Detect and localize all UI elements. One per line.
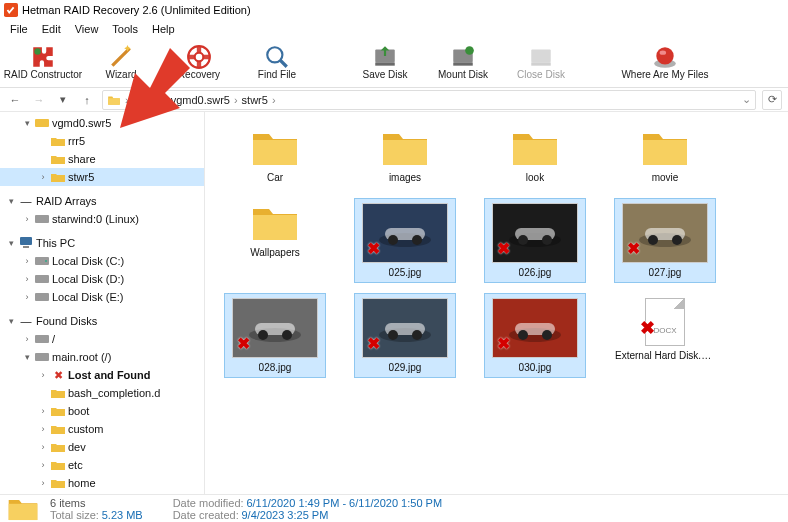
breadcrumb-segment[interactable]: vgmd0.swr5: [171, 94, 230, 106]
tree-node[interactable]: ›custom: [0, 420, 204, 438]
image-thumbnail: ✖: [622, 203, 708, 263]
tree-group-pc[interactable]: ▾This PC: [0, 234, 204, 252]
statusbar: 6 items Total size: 5.23 MB Date modifie…: [0, 494, 788, 522]
image-item[interactable]: ✖030.jpg: [485, 294, 585, 377]
deleted-x-icon: ✖: [497, 239, 510, 258]
folder-icon: [51, 441, 65, 453]
menu-view[interactable]: View: [69, 21, 105, 37]
disk-icon: [35, 273, 49, 285]
svg-rect-23: [35, 335, 49, 343]
deleted-x-icon: ✖: [367, 239, 380, 258]
item-label: 030.jpg: [519, 362, 552, 373]
menu-file[interactable]: File: [4, 21, 34, 37]
image-thumbnail: ✖: [232, 298, 318, 358]
history-dropdown[interactable]: ▾: [54, 91, 72, 109]
tree-node[interactable]: ›Local Disk (D:): [0, 270, 204, 288]
breadcrumb[interactable]: › RA… › vgmd0.swr5 › stwr5 › ⌄: [102, 90, 756, 110]
save-disk-button[interactable]: Save Disk: [346, 40, 424, 86]
folder-item[interactable]: look: [485, 124, 585, 187]
item-label: look: [526, 172, 544, 183]
mount-disk-button[interactable]: Mount Disk: [424, 40, 502, 86]
tree-node[interactable]: rrr5: [0, 132, 204, 150]
chevron-right-icon: ›: [232, 94, 240, 106]
tree-node[interactable]: ›home: [0, 474, 204, 492]
find-file-button[interactable]: Find File: [238, 40, 316, 86]
tree-node-lost-found[interactable]: ›✖Lost and Found: [0, 366, 204, 384]
image-thumbnail: ✖: [492, 203, 578, 263]
tree-node[interactable]: ›/: [0, 330, 204, 348]
folder-item[interactable]: Car: [225, 124, 325, 187]
recovery-button[interactable]: Recovery: [160, 40, 238, 86]
svg-point-28: [412, 235, 422, 245]
folder-item[interactable]: Wallpapers: [225, 199, 325, 282]
tree-node-selected[interactable]: ›stwr5: [0, 168, 204, 186]
folder-item[interactable]: images: [355, 124, 455, 187]
tree-node[interactable]: ›boot: [0, 402, 204, 420]
svg-rect-21: [35, 275, 49, 283]
item-label: 026.jpg: [519, 267, 552, 278]
svg-point-14: [660, 50, 667, 54]
drive-icon: [35, 117, 49, 129]
main: ▾vgmd0.swr5 rrr5 share ›stwr5 ▾—RAID Arr…: [0, 112, 788, 494]
tree-node[interactable]: ›Local Disk (C:): [0, 252, 204, 270]
image-item[interactable]: ✖027.jpg: [615, 199, 715, 282]
tree-node[interactable]: lost+found: [0, 492, 204, 494]
tree-node[interactable]: ›Local Disk (E:): [0, 288, 204, 306]
tree-node[interactable]: ▾main.root (/): [0, 348, 204, 366]
tree-node[interactable]: ▾vgmd0.swr5: [0, 114, 204, 132]
tree-group-found[interactable]: ▾—Found Disks: [0, 312, 204, 330]
toolbar-label: RAID Constructor: [4, 69, 82, 80]
image-item[interactable]: ✖026.jpg: [485, 199, 585, 282]
forward-button[interactable]: →: [30, 91, 48, 109]
menu-tools[interactable]: Tools: [106, 21, 144, 37]
svg-rect-16: [35, 215, 49, 223]
folder-icon: [641, 128, 689, 168]
svg-rect-10: [531, 49, 551, 62]
raid-constructor-button[interactable]: RAID Constructor: [4, 40, 82, 86]
where-files-button[interactable]: Where Are My Files: [610, 40, 720, 86]
tree-node[interactable]: share: [0, 150, 204, 168]
breadcrumb-root[interactable]: [107, 94, 121, 106]
status-created-label: Date created:: [173, 509, 239, 521]
tree-node[interactable]: bash_completion.d: [0, 384, 204, 402]
up-button[interactable]: ↑: [78, 91, 96, 109]
image-item[interactable]: ✖028.jpg: [225, 294, 325, 377]
image-item[interactable]: ✖029.jpg: [355, 294, 455, 377]
status-count: 6 items: [50, 497, 85, 509]
titlebar: Hetman RAID Recovery 2.6 (Unlimited Edit…: [0, 0, 788, 20]
folder-item[interactable]: movie: [615, 124, 715, 187]
toolbar-label: Close Disk: [517, 69, 565, 80]
svg-point-13: [656, 47, 673, 64]
tree-node[interactable]: ›dev: [0, 438, 204, 456]
tree-group-raid[interactable]: ▾—RAID Arrays: [0, 192, 204, 210]
item-label: 027.jpg: [649, 267, 682, 278]
tree-node[interactable]: ›etc: [0, 456, 204, 474]
wizard-button[interactable]: Wizard: [82, 40, 160, 86]
breadcrumb-segment[interactable]: RA…: [133, 94, 159, 106]
status-size-value: 5.23 MB: [102, 509, 143, 521]
folder-icon: [6, 496, 40, 522]
svg-rect-24: [35, 353, 49, 361]
back-button[interactable]: ←: [6, 91, 24, 109]
file-grid[interactable]: CarimageslookmovieWallpapers✖025.jpg✖026…: [205, 112, 788, 494]
menu-help[interactable]: Help: [146, 21, 181, 37]
tree-node[interactable]: ›starwind:0 (Linux): [0, 210, 204, 228]
chevron-right-icon: ›: [123, 94, 131, 106]
wand-icon: [108, 46, 134, 68]
menu-edit[interactable]: Edit: [36, 21, 67, 37]
status-summary: 6 items Total size: 5.23 MB: [50, 497, 143, 521]
refresh-button[interactable]: ⟳: [762, 90, 782, 110]
folder-icon: [51, 459, 65, 471]
image-thumbnail: ✖: [362, 298, 448, 358]
lifebuoy-icon: [186, 46, 212, 68]
close-disk-button: Close Disk: [502, 40, 580, 86]
folder-icon: [251, 128, 299, 168]
svg-point-32: [542, 235, 552, 245]
folder-icon: [251, 203, 299, 243]
document-item[interactable]: DOCX✖External Hard Disk.docx: [615, 294, 715, 377]
item-label: Wallpapers: [250, 247, 300, 258]
tree-panel: ▾vgmd0.swr5 rrr5 share ›stwr5 ▾—RAID Arr…: [0, 112, 205, 494]
chevron-down-icon[interactable]: ⌄: [742, 93, 751, 106]
image-item[interactable]: ✖025.jpg: [355, 199, 455, 282]
breadcrumb-segment[interactable]: stwr5: [242, 94, 268, 106]
